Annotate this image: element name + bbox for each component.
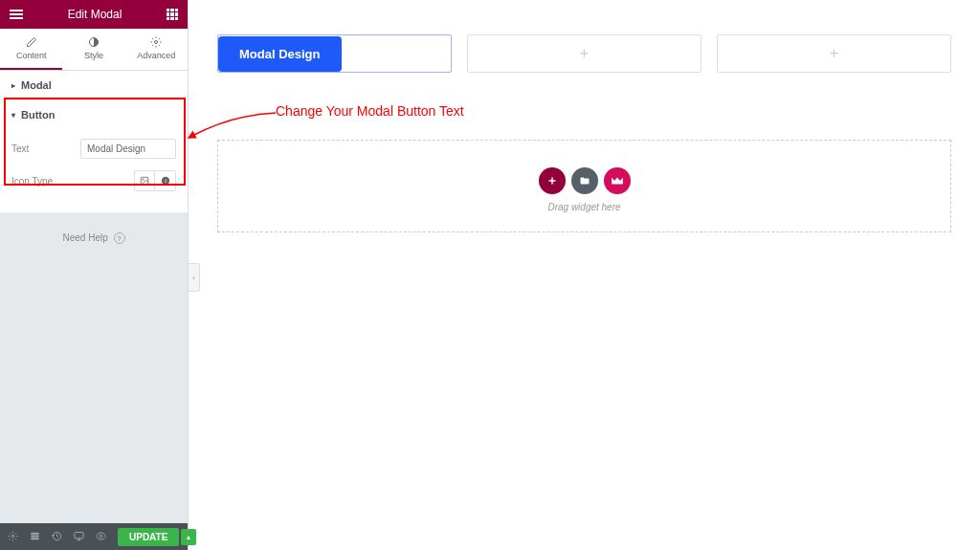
svg-rect-7 [31,532,38,534]
drop-text: Drag widget here [218,202,950,212]
image-icon [140,176,149,186]
icon-type-label: Icon Type [11,176,53,187]
settings-icon[interactable] [8,531,18,543]
tabs: Content Style Advanced [0,29,188,71]
sidebar: Edit Modal Content Style Advanced ▸ [0,0,189,550]
text-label: Text [11,143,29,154]
folder-icon [579,175,590,187]
panel-title: Edit Modal [68,8,122,21]
annotation-arrow [185,105,280,143]
button-panel: Text Icon Type i [0,129,188,212]
column-3[interactable]: + [717,34,951,73]
accordion: ▸ Modal ▾ Button Text Icon Type [0,71,188,213]
accordion-modal[interactable]: ▸ Modal [0,71,188,99]
svg-point-1 [155,41,158,44]
metform-icon [611,176,624,186]
svg-point-11 [100,535,102,538]
widgets-grid-icon[interactable] [167,9,178,20]
tab-advanced[interactable]: Advanced [125,29,188,70]
contrast-icon [88,36,100,48]
annotation-text: Change Your Modal Button Text [276,103,464,119]
pencil-icon [26,36,37,48]
plus-icon: + [830,45,838,62]
sidebar-footer: UPDATE ▴ [0,523,188,550]
sidebar-header: Edit Modal [0,0,188,29]
svg-rect-10 [75,532,83,538]
accordion-button[interactable]: ▾ Button [0,100,188,129]
history-icon[interactable] [52,531,62,543]
tab-style[interactable]: Style [62,29,124,70]
svg-point-3 [143,179,144,180]
modal-design-button[interactable]: Modal Design [218,36,342,72]
button-text-input[interactable] [80,139,176,159]
hamburger-icon[interactable] [10,10,23,19]
svg-point-6 [11,535,14,538]
add-widget-button[interactable] [539,167,566,194]
need-help[interactable]: Need Help ? [0,213,188,263]
info-icon: i [161,176,170,186]
tab-content[interactable]: Content [0,29,62,70]
preview-icon[interactable] [96,531,106,543]
responsive-icon[interactable] [74,531,84,543]
column-2[interactable]: + [467,34,702,73]
caret-down-icon: ▾ [11,111,15,120]
caret-right-icon: ▸ [11,81,15,90]
plus-icon [546,175,558,187]
navigator-icon[interactable] [30,531,40,543]
drop-zone[interactable]: Drag widget here [217,140,951,232]
icon-type-info[interactable]: i [155,170,176,191]
canvas: Modal Design + + Drag widge [189,0,980,550]
svg-rect-8 [31,535,38,537]
plus-icon: + [580,45,589,62]
add-metform-button[interactable] [604,167,631,194]
icon-type-image[interactable] [134,170,155,191]
update-button[interactable]: UPDATE [118,528,179,546]
svg-rect-9 [31,538,38,539]
help-icon: ? [114,232,125,244]
gear-icon [150,36,162,48]
add-template-button[interactable] [571,167,598,194]
column-1[interactable]: Modal Design [217,34,452,73]
